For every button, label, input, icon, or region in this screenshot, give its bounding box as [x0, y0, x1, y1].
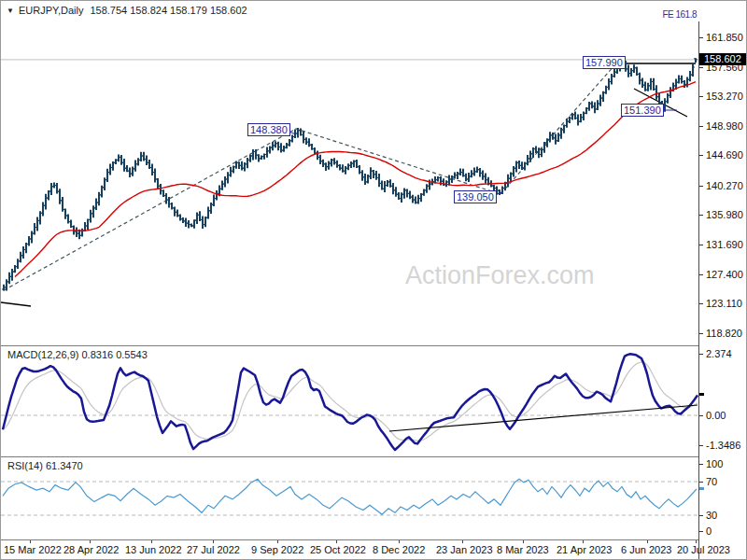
axis-tick — [699, 215, 703, 216]
price-annotation[interactable]: 139.050 — [454, 190, 497, 203]
price-axis-label: 144.690 — [706, 149, 743, 161]
date-tick — [90, 540, 91, 543]
date-axis-label: 28 Apr 2022 — [63, 544, 119, 555]
date-tick — [399, 540, 400, 543]
price-axis[interactable]: 158.602 161.850157.560153.270148.980144.… — [698, 21, 747, 559]
price-chart-panel[interactable]: ActionForex.com 157.990148.380151.390139… — [1, 21, 698, 346]
price-axis-label: 161.850 — [706, 32, 743, 43]
price-axis-label: 153.270 — [706, 91, 743, 102]
price-axis-label: 148.980 — [706, 120, 743, 132]
axis-tick — [699, 482, 703, 483]
date-tick — [583, 540, 584, 543]
rsi-axis-label: 100 — [706, 458, 723, 469]
macd-axis-label: -1.3486 — [706, 440, 740, 451]
rsi-axis-label: 70 — [706, 476, 717, 487]
price-axis-label: 123.110 — [706, 298, 742, 309]
current-price-badge: 158.602 — [699, 53, 747, 65]
date-axis-label: 8 Dec 2022 — [373, 544, 425, 555]
price-annotation[interactable]: 148.380 — [247, 123, 290, 136]
macd-axis-label: 2.374 — [706, 348, 732, 359]
macd-main-line — [3, 354, 698, 450]
axis-tick — [699, 155, 703, 156]
date-tick — [462, 540, 463, 543]
macd-signal-line — [3, 362, 698, 441]
date-axis-label: 21 Apr 2023 — [557, 544, 612, 555]
macd-panel[interactable]: MACD(12,26,9) 0.8316 0.5543 — [1, 346, 698, 457]
date-axis-label: 23 Jan 2023 — [436, 544, 493, 555]
axis-tick — [699, 303, 703, 304]
price-annotation[interactable]: 151.390 — [621, 104, 664, 117]
chart-header: ▼EURJPY,Daily158.754 158.824 158.179 158… — [1, 1, 698, 22]
axis-tick — [699, 67, 703, 68]
axis-tick — [699, 126, 703, 127]
date-tick — [696, 540, 697, 543]
date-axis-label: 20 Jul 2023 — [677, 544, 730, 555]
price-annotation[interactable]: 157.990 — [583, 56, 626, 69]
price-bars — [4, 58, 696, 290]
chart-title: EURJPY,Daily — [19, 5, 84, 16]
date-tick — [336, 540, 337, 543]
macd-trendline[interactable] — [389, 405, 698, 431]
date-axis-label: 8 Mar 2023 — [497, 544, 549, 555]
axis-tick — [699, 445, 703, 446]
rsi-line — [3, 479, 697, 514]
date-axis-label: 15 Mar 2022 — [4, 544, 62, 555]
date-axis-label: 6 Jun 2023 — [621, 544, 671, 555]
price-axis-label: 118.820 — [706, 328, 742, 339]
axis-tick — [699, 415, 703, 416]
rsi-canvas[interactable] — [1, 457, 698, 539]
ohlc-values: 158.754 158.824 158.179 158.602 — [90, 5, 247, 16]
date-axis-label: 25 Oct 2022 — [310, 544, 366, 555]
rsi-axis-label: 0 — [706, 525, 712, 537]
fib-expansion-label[interactable]: FE 161.8 — [662, 9, 697, 20]
date-tick — [523, 540, 524, 543]
chart-window: ▼EURJPY,Daily158.754 158.824 158.179 158… — [0, 0, 747, 560]
macd-current-marker — [699, 393, 704, 396]
date-axis-label: 13 Jun 2022 — [125, 544, 182, 555]
axis-tick — [699, 531, 703, 532]
price-axis-label: 131.690 — [706, 239, 743, 250]
price-chart-canvas[interactable] — [1, 21, 698, 344]
axis-tick — [699, 37, 703, 38]
moving-average-line — [15, 82, 696, 277]
chevron-down-icon[interactable]: ▼ — [7, 7, 14, 15]
axis-tick — [699, 186, 703, 187]
rsi-current-marker — [699, 487, 704, 490]
axis-tick — [699, 245, 703, 245]
date-axis-label: 27 Jul 2022 — [187, 544, 240, 555]
macd-label: MACD(12,26,9) 0.8316 0.5543 — [7, 349, 148, 360]
solid-trendline[interactable] — [1, 302, 31, 306]
axis-tick — [699, 96, 703, 97]
axis-tick — [699, 354, 703, 355]
date-tick — [213, 540, 214, 543]
bar-open-close-ticks — [2, 59, 698, 289]
axis-tick — [699, 515, 703, 516]
rsi-panel[interactable]: RSI(14) 61.3470 — [1, 457, 698, 540]
date-tick — [277, 540, 278, 543]
macd-axis-label: 0.00 — [706, 410, 726, 421]
macd-canvas[interactable] — [1, 346, 698, 455]
axis-tick — [699, 464, 703, 465]
price-axis-label: 135.980 — [706, 209, 743, 220]
date-tick — [151, 540, 152, 543]
date-tick — [30, 540, 31, 543]
rsi-label: RSI(14) 61.3470 — [7, 460, 83, 471]
price-axis-label: 140.270 — [706, 180, 743, 191]
date-axis[interactable]: 15 Mar 202228 Apr 202213 Jun 202227 Jul … — [1, 540, 698, 559]
date-tick — [647, 540, 648, 543]
axis-tick — [699, 274, 703, 275]
chart-title-bar: ▼EURJPY,Daily158.754 158.824 158.179 158… — [7, 5, 247, 16]
price-axis-label: 127.400 — [706, 269, 743, 280]
date-axis-label: 9 Sep 2022 — [251, 544, 303, 555]
axis-tick — [699, 333, 703, 334]
rsi-axis-label: 30 — [706, 510, 717, 521]
